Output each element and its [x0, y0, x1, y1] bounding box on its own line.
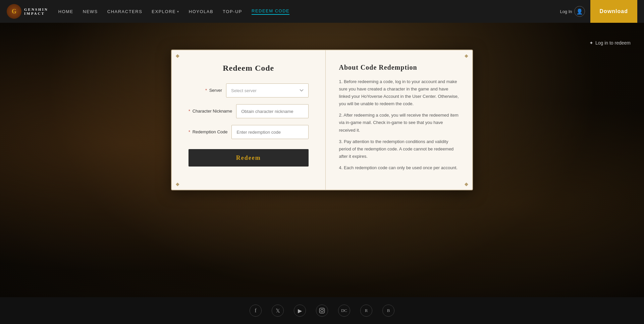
social-twitter[interactable]: 𝕏 — [272, 305, 284, 317]
about-point-4: 4. Each redemption code can only be used… — [339, 164, 459, 172]
character-required-star: * — [189, 109, 190, 114]
svg-point-2 — [323, 309, 324, 310]
corner-decoration-tr: ◆ — [465, 53, 468, 59]
about-panel: About Code Redemption 1. Before redeemin… — [326, 50, 473, 190]
character-label: * Character Nickname — [189, 109, 232, 114]
social-youtube[interactable]: ▶ — [294, 305, 306, 317]
redemption-field-group: * Redemption Code — [189, 125, 309, 139]
redeem-card: ◆ ◆ ◆ ◆ Redeem Code * Server Select serv… — [171, 50, 473, 190]
nav-explore[interactable]: EXPLORE ▾ — [152, 9, 179, 14]
nav-news[interactable]: NEWS — [83, 9, 98, 14]
social-reddit[interactable]: R — [360, 305, 372, 317]
social-discord[interactable]: DC — [338, 305, 350, 317]
server-select[interactable]: Select server America Europe Asia TW/HK/… — [226, 83, 309, 98]
about-title: About Code Redemption — [339, 64, 459, 71]
nav-topup[interactable]: TOP-UP — [223, 9, 242, 14]
social-instagram[interactable] — [316, 305, 328, 317]
character-field-group: * Character Nickname — [189, 104, 309, 118]
about-point-1: 1. Before redeeming a code, log in to yo… — [339, 78, 459, 108]
server-required-star: * — [205, 88, 207, 93]
corner-decoration-bl: ◆ — [176, 181, 179, 187]
logo-icon: G — [7, 4, 21, 19]
footer: f 𝕏 ▶ DC R B — [0, 297, 644, 324]
nav-redeem-code[interactable]: REDEEM CODE — [252, 8, 289, 15]
about-point-3: 3. Pay attention to the redemption condi… — [339, 138, 459, 160]
redemption-label: * Redemption Code — [189, 129, 227, 135]
nav-characters[interactable]: CHARACTERS — [107, 9, 143, 14]
about-point-2: 2. After redeeming a code, you will rece… — [339, 112, 459, 134]
svg-point-1 — [321, 309, 323, 312]
corner-decoration-tl: ◆ — [176, 53, 179, 59]
redemption-required-star: * — [189, 129, 190, 134]
user-icon: 👤 — [574, 6, 585, 17]
download-button[interactable]: Download — [590, 0, 637, 23]
redeem-button[interactable]: Redeem — [189, 149, 309, 167]
navbar-right: Log In 👤 Download — [560, 0, 637, 23]
login-label: Log In — [560, 9, 572, 14]
svg-rect-0 — [320, 308, 325, 313]
login-button[interactable]: Log In 👤 — [560, 6, 585, 17]
nav-links: HOME NEWS CHARACTERS EXPLORE ▾ HoYoLAB T… — [58, 8, 290, 15]
navbar: G GENSHIN IMPACT HOME NEWS CHARACTERS EX… — [0, 0, 644, 23]
about-text: 1. Before redeeming a code, log in to yo… — [339, 78, 459, 176]
redeem-title: Redeem Code — [223, 64, 274, 73]
character-nickname-input[interactable] — [236, 104, 308, 118]
social-bilibili[interactable]: B — [382, 305, 394, 317]
redeem-form-panel: Redeem Code * Server Select server Ameri… — [172, 50, 326, 190]
nav-hoyolab[interactable]: HoYoLAB — [189, 9, 213, 14]
social-facebook[interactable]: f — [250, 305, 262, 317]
hero-section: Log in to redeem ◆ ◆ ◆ ◆ Redeem Code * S… — [0, 0, 644, 324]
login-hint[interactable]: Log in to redeem — [589, 40, 631, 46]
logo-text: GENSHIN IMPACT — [24, 7, 48, 15]
logo[interactable]: G GENSHIN IMPACT — [7, 4, 48, 19]
server-label: * Server — [189, 88, 222, 93]
corner-decoration-br: ◆ — [465, 181, 468, 187]
nav-home[interactable]: HOME — [58, 9, 73, 14]
redemption-code-input[interactable] — [231, 125, 308, 139]
chevron-down-icon: ▾ — [177, 10, 179, 13]
navbar-left: G GENSHIN IMPACT HOME NEWS CHARACTERS EX… — [7, 4, 289, 19]
server-field-group: * Server Select server America Europe As… — [189, 83, 309, 98]
